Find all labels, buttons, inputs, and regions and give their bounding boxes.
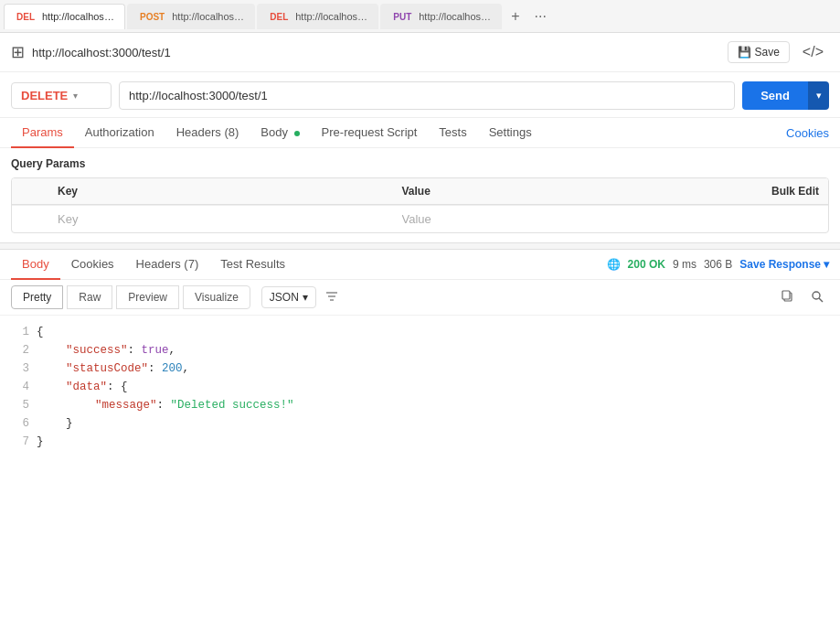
globe-icon: 🌐: [607, 258, 621, 271]
tab-1-url: http://localhost:3000/tes: [42, 11, 115, 22]
tab-actions: + ···: [507, 7, 550, 26]
tab-headers[interactable]: Headers (8): [165, 118, 250, 148]
send-chevron-button[interactable]: ▾: [808, 81, 829, 110]
more-tabs-button[interactable]: ···: [531, 7, 550, 26]
value-input[interactable]: [402, 212, 728, 226]
row-value-cell: [393, 206, 738, 232]
code-button[interactable]: </>: [797, 40, 829, 64]
method-url-row: DELETE ▾ Send ▾: [11, 81, 829, 110]
address-bar: ⊞ http://localhost:3000/test/1 💾 Save </…: [0, 33, 840, 72]
json-line-7: 7 }: [15, 433, 825, 451]
params-empty-row: [12, 205, 828, 232]
query-params-title: Query Params: [11, 157, 829, 170]
address-url-display: http://localhost:3000/test/1: [32, 46, 720, 59]
key-input[interactable]: [58, 212, 384, 226]
tab-2-url: http://localhost:3000/te: [172, 11, 245, 22]
svg-line-6: [819, 298, 823, 302]
request-tabs: Params Authorization Headers (8) Body Pr…: [0, 118, 840, 148]
send-button[interactable]: Send: [742, 81, 808, 110]
search-button[interactable]: [805, 286, 829, 309]
resp-tab-cookies[interactable]: Cookies: [60, 250, 125, 280]
save-button[interactable]: 💾 Save: [728, 41, 790, 63]
response-meta: 🌐 200 OK 9 ms 306 B Save Response ▾: [607, 258, 829, 271]
svg-rect-4: [782, 291, 790, 299]
json-line-6: 6 }: [15, 414, 825, 433]
add-tab-button[interactable]: +: [507, 7, 523, 26]
url-input[interactable]: [119, 81, 735, 110]
response-tabs-row: Body Cookies Headers (7) Test Results 🌐 …: [0, 250, 840, 280]
row-checkbox: [12, 206, 48, 232]
response-size: 306 B: [704, 258, 732, 271]
row-action-cell: [737, 206, 828, 232]
view-pretty-button[interactable]: Pretty: [11, 285, 63, 309]
tab-2[interactable]: POST http://localhost:3000/te: [127, 4, 255, 29]
filter-icon-button[interactable]: [320, 286, 344, 309]
tab-3[interactable]: DEL http://localhost:3000/tes: [257, 4, 378, 29]
response-area: Body Cookies Headers (7) Test Results 🌐 …: [0, 250, 840, 458]
method-text: DELETE: [21, 89, 68, 102]
bulk-edit-button[interactable]: Bulk Edit: [737, 178, 828, 204]
json-line-5: 5 "message": "Deleted success!": [15, 396, 825, 414]
save-response-chevron-icon: ▾: [824, 258, 829, 271]
format-label: JSON: [270, 291, 299, 304]
tab-bar: DEL http://localhost:3000/tes POST http:…: [0, 0, 840, 33]
resp-tab-test-results[interactable]: Test Results: [209, 250, 296, 280]
tab-4-method: PUT: [390, 11, 414, 23]
header-checkbox-col: [12, 178, 48, 204]
json-view: 1 { 2 "success": true, 3 "statusCode": 2…: [0, 316, 840, 458]
toolbar-right: [776, 286, 829, 309]
tab-1-method: DEL: [14, 11, 37, 23]
method-select[interactable]: DELETE ▾: [11, 82, 112, 109]
body-dot-indicator: [294, 131, 300, 136]
tab-2-method: POST: [137, 11, 167, 23]
view-visualize-button[interactable]: Visualize: [183, 285, 250, 309]
tab-authorization[interactable]: Authorization: [74, 118, 165, 148]
method-chevron-icon: ▾: [73, 91, 78, 101]
tab-1[interactable]: DEL http://localhost:3000/tes: [4, 4, 125, 29]
save-icon: 💾: [738, 46, 751, 59]
json-line-2: 2 "success": true,: [15, 341, 825, 359]
view-preview-button[interactable]: Preview: [116, 285, 179, 309]
tab-params[interactable]: Params: [11, 118, 74, 148]
response-status: 200 OK: [628, 258, 665, 271]
svg-point-5: [813, 292, 820, 299]
response-toolbar: Pretty Raw Preview Visualize JSON ▾: [0, 280, 840, 316]
save-label: Save: [755, 46, 780, 59]
json-line-1: 1 {: [15, 323, 825, 341]
format-select[interactable]: JSON ▾: [261, 286, 316, 308]
copy-button[interactable]: [776, 286, 800, 309]
params-table: Key Value Bulk Edit: [11, 177, 829, 233]
grid-icon: ⊞: [11, 42, 25, 62]
tab-3-method: DEL: [267, 11, 291, 23]
header-key-col: Key: [48, 178, 393, 204]
resp-tab-body[interactable]: Body: [11, 250, 60, 280]
save-response-button[interactable]: Save Response ▾: [739, 258, 829, 271]
send-button-wrapper: Send ▾: [742, 81, 829, 110]
section-divider: [0, 242, 840, 250]
format-chevron-icon: ▾: [303, 291, 308, 304]
resp-tab-headers[interactable]: Headers (7): [125, 250, 210, 280]
header-value-col: Value: [393, 178, 738, 204]
tab-body[interactable]: Body: [250, 118, 310, 148]
params-header: Key Value Bulk Edit: [12, 178, 828, 205]
tab-pre-request[interactable]: Pre-request Script: [311, 118, 429, 148]
json-line-3: 3 "statusCode": 200,: [15, 359, 825, 378]
response-time: 9 ms: [673, 258, 696, 271]
tab-4-url: http://localhost:3000/tes: [419, 11, 492, 22]
tab-tests[interactable]: Tests: [428, 118, 477, 148]
row-key-cell: [48, 206, 393, 232]
tab-3-url: http://localhost:3000/tes: [295, 11, 368, 22]
json-line-4: 4 "data": {: [15, 378, 825, 396]
request-area: DELETE ▾ Send ▾: [0, 72, 840, 118]
cookies-link[interactable]: Cookies: [786, 126, 829, 140]
view-raw-button[interactable]: Raw: [67, 285, 112, 309]
query-params-section: Query Params Key Value Bulk Edit: [0, 148, 840, 242]
tab-settings[interactable]: Settings: [478, 118, 543, 148]
tab-4[interactable]: PUT http://localhost:3000/tes: [380, 4, 502, 29]
